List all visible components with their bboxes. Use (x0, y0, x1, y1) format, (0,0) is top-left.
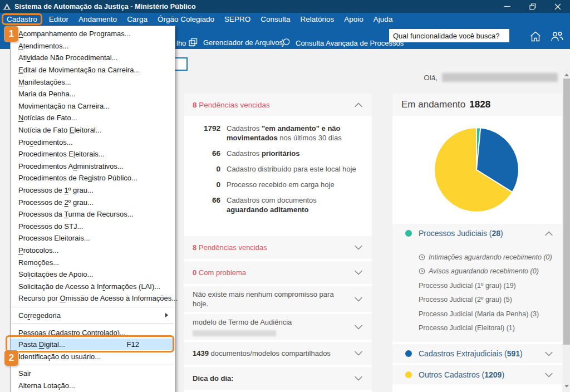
minimize-button[interactable] (495, 0, 520, 13)
collapsed-card-nao-existe-mais-nenhum-c[interactable]: Não existe mais nenhum compromisso para … (184, 286, 372, 312)
scrollbar-thumb[interactable] (563, 79, 570, 345)
card-label: modelo de Termo de Audiência (193, 317, 292, 327)
menubar-item-relatorios[interactable]: Relatórios (296, 14, 340, 24)
restore-button[interactable] (520, 0, 545, 13)
legend-dot-icon (405, 350, 412, 357)
window-controls (495, 0, 570, 13)
greeting-label: Olá, (424, 74, 438, 82)
menu-item-label: Notícia de Fato Eleitoral... (18, 126, 102, 134)
title-bar: Sistema de Automação da Justiça - Minist… (0, 0, 570, 13)
menubar-item-sepro[interactable]: SEPRO (219, 14, 255, 24)
collapsed-card-0-com-problema[interactable]: 0 Com problema (184, 261, 372, 284)
menu-item-solicitacoes-de-apoio[interactable]: Solicitações de Apoio... (11, 268, 175, 281)
menu-item-noticias-de-fato[interactable]: Notícias de Fato... (11, 112, 175, 124)
menu-item-procedimentos-eleitorais[interactable]: Procedimentos Eleitorais... (11, 148, 175, 160)
menu-item-pessoas-cadastro-controlado[interactable]: Pessoas (Cadastro Controlado)... (11, 326, 175, 339)
chevron-down-icon (544, 373, 553, 378)
collapsed-card-1439-documentos-modelos[interactable]: 1439 documentos/modelos compartilhados (184, 342, 372, 365)
menu-item-remocoes[interactable]: Remoções... (11, 256, 175, 268)
home-icon[interactable] (529, 31, 542, 42)
menu-item-procedimentos-administrativos[interactable]: Procedimentos Administrativos... (11, 160, 175, 173)
menu-item-corregedoria[interactable]: Corregedoria (11, 310, 175, 322)
menu-item-label: Procedimentos... (18, 138, 73, 146)
menu-item-label: Processos da Turma de Recursos... (18, 210, 134, 218)
menu-item-maria-da-penha[interactable]: Maria da Penha... (11, 88, 175, 100)
legend-header-cadastros-extrajudiciais[interactable]: Cadastros Extrajudiciais (591) (392, 344, 562, 363)
menu-item-label: Recurso por Omissão de Acesso à Informaç… (18, 294, 178, 302)
menubar-item-carga[interactable]: Carga (122, 14, 153, 24)
menu-item-sair[interactable]: Sair (11, 367, 175, 380)
legend-label: Cadastros Extrajudiciais (591) (419, 349, 544, 358)
menubar-item-cadastro[interactable]: Cadastro (2, 13, 42, 25)
stat-count: 0 (184, 180, 227, 189)
menu-item-alterna-lotacao[interactable]: Alterna Lotação... (11, 380, 175, 392)
menu-item-pasta-digital[interactable]: Pasta Digital...F12 (11, 339, 175, 351)
legend-header-outros-cadastros[interactable]: Outros Cadastros (1209) (392, 365, 562, 384)
legend-child-avisos-aguardando-recebimento-0: Avisos aguardando recebimento (0) (419, 264, 562, 279)
legend-children: Intimações aguardando recebimento (0)Avi… (392, 243, 562, 342)
pie-chart-area (392, 116, 562, 222)
menu-item-procedimentos[interactable]: Procedimentos... (11, 136, 175, 148)
users-icon[interactable] (550, 31, 564, 42)
menu-item-noticia-de-fato-eleitoral[interactable]: Notícia de Fato Eleitoral... (11, 124, 175, 136)
scroll-up-arrow[interactable] (563, 71, 570, 79)
menu-item-manifestacoes[interactable]: Manifestações... (11, 76, 175, 88)
menu-item-processos-eleitorais[interactable]: Processos Eleitorais... (11, 232, 175, 244)
legend-child-processo-judicial-eleitoral-1: Processo Judicial (Eleitoral) (1) (419, 321, 562, 336)
menu-item-processos-de-2-grau[interactable]: Processos de 2º grau... (11, 196, 175, 208)
menu-item-label: Edital de Movimentação na Carreira... (18, 66, 140, 74)
menubar-item-consulta[interactable]: Consulta (255, 14, 295, 24)
greeting: Olá, (392, 73, 558, 82)
menu-item-processos-da-turma-de-recursos[interactable]: Processos da Turma de Recursos... (11, 208, 175, 220)
menu-item-label: Processos Eleitorais... (18, 234, 90, 242)
pending-card-header[interactable]: 8 Pendências vencidas (184, 94, 372, 116)
collapsed-card-8-pendencias-vencidas[interactable]: 8 Pendências vencidas (184, 236, 372, 259)
legend-child-label: Processo Judicial (1º grau) (19) (419, 282, 516, 290)
menu-item-identificacao-do-usuario[interactable]: Identificação do usuário... (11, 350, 175, 362)
magnifier-icon (280, 38, 291, 48)
file-manager-button[interactable]: Gerenciador de Arquivos (188, 38, 283, 47)
menu-item-processos-de-1-grau[interactable]: Processos de 1º grau... (11, 184, 175, 197)
menu-item-edital-de-movimentacao-na-carreira[interactable]: Edital de Movimentação na Carreira... (11, 64, 175, 76)
menu-item-protocolos[interactable]: Protocolos... (11, 244, 175, 257)
collapsed-card-modelo-de-termo-de-audie[interactable]: modelo de Termo de Audiência (184, 314, 372, 340)
toolbar-item-partial[interactable]: lho (176, 39, 186, 47)
menu-item-label: Acompanhamento de Programas... (18, 30, 131, 38)
menu-item-label: Remoções... (18, 258, 59, 267)
menu-item-movimentacao-na-carreira[interactable]: Movimentação na Carreira... (11, 100, 175, 112)
legend-group-cadastros-extrajudiciais: Cadastros Extrajudiciais (591) (392, 344, 562, 363)
legend-child-label: Avisos aguardando recebimento (0) (429, 267, 539, 275)
chevron-down-icon (354, 270, 363, 275)
stat-count: 1792 (184, 124, 227, 143)
collapsed-card-dica-do-dia[interactable]: Dica do dia: (184, 367, 372, 390)
menubar-item-andamento[interactable]: Andamento (73, 14, 122, 24)
close-button[interactable] (545, 0, 570, 13)
chevron-down-icon (354, 376, 363, 381)
menu-item-procedimentos-de-registro-publico[interactable]: Procedimentos de Registro Público... (11, 172, 175, 184)
menu-item-solicitacao-de-acesso-a-informacoes-lai[interactable]: Solicitação de Acesso à Informações (LAI… (11, 280, 175, 292)
legend-header-processos-judiciais[interactable]: Processos Judiciais (28) (392, 224, 562, 243)
chevron-down-icon (354, 325, 363, 330)
search-input[interactable] (389, 29, 509, 42)
legend-child-processo-judicial-1-grau-19: Processo Judicial (1º grau) (19) (419, 278, 562, 293)
menu-item-recurso-por-omissao-de-acesso-a-informacoes[interactable]: Recurso por Omissão de Acesso à Informaç… (11, 292, 175, 305)
menu-item-processos-do-stj[interactable]: Processos do STJ... (11, 220, 175, 233)
menubar-item-orgao-colegiado[interactable]: Órgão Colegiado (153, 14, 219, 24)
menu-item-acompanhamento-de-programas[interactable]: Acompanhamento de Programas... (11, 28, 175, 40)
menu-item-label: Alterna Lotação... (18, 381, 75, 390)
menu-item-label: Movimentação na Carreira... (18, 102, 110, 110)
menu-item-atividade-nao-procedimental[interactable]: Atividade Não Procedimental... (11, 52, 175, 64)
menu-item-atendimentos[interactable]: Atendimentos... (11, 40, 175, 52)
partial-tab-button[interactable] (174, 57, 188, 71)
file-manager-icon (188, 38, 199, 47)
menubar-item-apoio[interactable]: Apoio (339, 14, 368, 24)
advanced-search-button[interactable]: Consulta Avançada de Processos (280, 38, 404, 48)
chevron-down-icon (354, 297, 363, 302)
stat-label: Cadastros com documentos aguardando adit… (227, 195, 359, 214)
annotation-step-2-badge: 2 (4, 350, 18, 366)
menu-item-label: Manifestações... (18, 78, 71, 86)
menubar-item-editor[interactable]: Editor (44, 14, 73, 24)
stat-count: 0 (184, 164, 227, 174)
scroll-down-arrow[interactable] (563, 382, 570, 390)
menubar-item-ajuda[interactable]: Ajuda (368, 14, 398, 24)
